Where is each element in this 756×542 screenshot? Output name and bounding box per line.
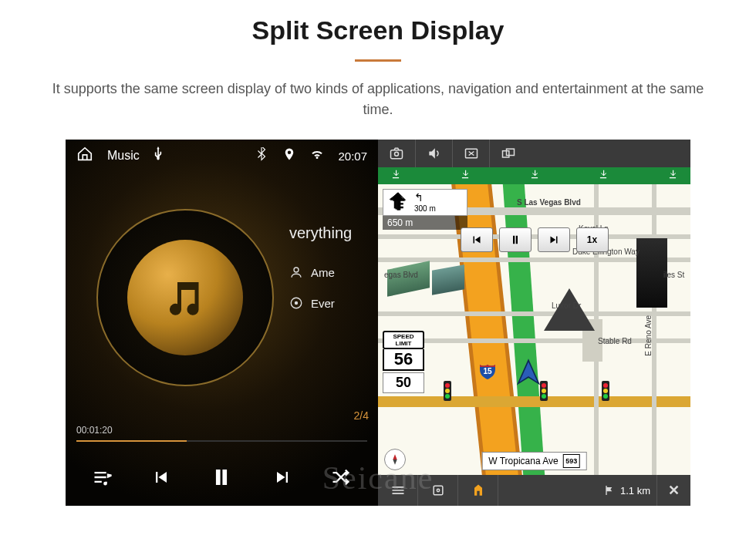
close-app-button[interactable] <box>452 140 489 167</box>
svg-point-4 <box>395 152 399 156</box>
street-label: S Las Vegas Blvd <box>517 198 581 207</box>
home-icon[interactable] <box>76 146 93 166</box>
location-icon <box>282 147 296 164</box>
playlist-button[interactable] <box>92 466 113 491</box>
current-street-name: W Tropicana Ave <box>488 456 559 466</box>
speed-box: SPEED LIMIT 56 50 <box>383 331 424 393</box>
building-block <box>432 264 464 295</box>
album-name: Ever <box>311 297 335 310</box>
album-icon <box>289 296 303 310</box>
screenshot-button[interactable] <box>378 140 415 167</box>
alt-route-button[interactable] <box>458 475 498 506</box>
title-underline <box>355 59 401 62</box>
download-icon <box>460 169 471 183</box>
current-position-icon <box>513 358 544 392</box>
music-note-icon <box>127 240 243 355</box>
svg-point-0 <box>294 268 299 272</box>
artist-icon <box>289 265 303 279</box>
turn-arrow-icon: ↰ <box>414 191 436 204</box>
next-track-button[interactable] <box>272 466 293 491</box>
pause-button[interactable] <box>208 464 235 493</box>
download-icon <box>667 169 678 183</box>
shuffle-button[interactable] <box>330 466 352 491</box>
street-label: Luxor Dr <box>552 301 581 310</box>
traffic-light-icon <box>602 381 609 401</box>
traffic-light-icon <box>444 381 451 401</box>
transport-overlay: 1x <box>461 227 609 252</box>
turn-small-dist: 300 m <box>414 204 436 214</box>
menu-button[interactable] <box>378 475 418 506</box>
route-distance: 1.1 km <box>597 484 656 497</box>
interstate-shield-icon: 15 <box>478 362 497 380</box>
time-row: 00:01:20 <box>76 425 367 436</box>
street-label: Stable Rd <box>598 337 632 345</box>
svg-rect-3 <box>391 150 403 159</box>
nav-app-pane: S Las Vegas Blvd Koval Ln Duke Ellington… <box>378 140 690 506</box>
download-icon <box>529 169 540 183</box>
page-title: Split Screen Display <box>0 15 756 45</box>
building-tower <box>636 238 667 308</box>
status-time: 20:07 <box>338 150 367 163</box>
music-status-bar: Music 20:07 <box>66 140 378 172</box>
album-art-disc <box>96 209 274 386</box>
street-label: iles St <box>663 271 684 279</box>
flag-icon <box>603 484 616 497</box>
system-bar <box>378 140 690 167</box>
svg-rect-8 <box>434 486 443 495</box>
distance-value: 1.1 km <box>620 485 650 497</box>
track-index: 2/4 <box>354 409 369 422</box>
nav-bottom-bar: 1.1 km ✕ <box>378 475 690 506</box>
download-icon <box>390 169 401 183</box>
svg-point-2 <box>295 302 298 305</box>
prev-button[interactable] <box>461 227 493 252</box>
page-desc: It supports the same screen display of t… <box>39 79 717 120</box>
svg-rect-6 <box>502 151 508 157</box>
close-icon: ✕ <box>668 482 680 499</box>
download-bar <box>378 167 690 184</box>
current-speed: 50 <box>383 372 424 393</box>
map[interactable]: S Las Vegas Blvd Koval Ln Duke Ellington… <box>378 184 690 475</box>
bluetooth-icon <box>255 147 268 164</box>
speed-button[interactable]: 1x <box>576 227 609 252</box>
street-label: E Reno Ave <box>644 315 653 356</box>
turn-big-dist: 650 m <box>383 216 467 230</box>
interstate-number: 15 <box>478 362 497 380</box>
split-view-button[interactable] <box>489 140 526 167</box>
prev-track-button[interactable] <box>150 466 172 491</box>
wifi-icon <box>310 147 324 164</box>
pause-button[interactable] <box>499 227 532 252</box>
music-app-label: Music <box>107 149 140 163</box>
music-controls <box>66 461 378 497</box>
volume-button[interactable] <box>415 140 452 167</box>
song-title: verything <box>289 224 372 242</box>
close-nav-button[interactable]: ✕ <box>656 475 690 506</box>
layers-button[interactable] <box>418 475 458 506</box>
current-street: W Tropicana Ave 593 <box>481 452 587 470</box>
music-app-pane: Music 20:07 verything <box>66 140 378 506</box>
usb-icon <box>154 146 163 165</box>
speed-limit-label: SPEED LIMIT <box>383 331 424 349</box>
turn-panel: ↰ 300 m 650 m <box>383 189 467 230</box>
route-shield: 593 <box>563 454 580 468</box>
device-screenshot: Seicane Music 20:07 <box>66 140 690 506</box>
elapsed-time: 00:01:20 <box>76 425 113 436</box>
next-button[interactable] <box>538 227 570 252</box>
svg-point-9 <box>437 489 439 491</box>
compass-button[interactable] <box>384 449 406 470</box>
speed-limit-value: 56 <box>383 349 424 371</box>
progress-bar[interactable] <box>76 440 367 442</box>
track-info: verything Ame Ever <box>289 224 372 327</box>
turn-left-icon <box>387 190 409 212</box>
svg-rect-7 <box>506 149 514 155</box>
artist-name: Ame <box>311 266 335 279</box>
download-icon <box>598 169 609 183</box>
street-label: egas Blvd <box>384 271 418 279</box>
